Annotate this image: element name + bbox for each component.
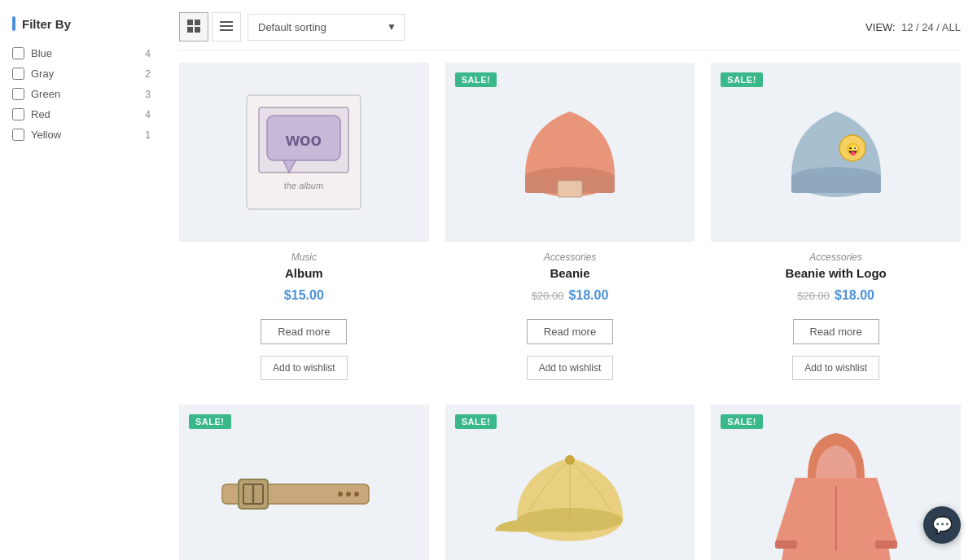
product-name-beanie: Beanie xyxy=(449,266,692,280)
sort-select[interactable]: Default sorting Sort by popularity Sort … xyxy=(248,14,405,41)
sale-badge-cap: SALE! xyxy=(455,414,497,429)
product-info-album: Music Album $15.00 xyxy=(179,242,429,319)
product-illustration-beanie-logo: 😜 xyxy=(711,63,961,242)
wishlist-button-beanie[interactable]: Add to wishlist xyxy=(527,356,614,380)
sale-badge-belt: SALE! xyxy=(189,414,231,429)
svg-rect-5 xyxy=(220,25,233,27)
svg-rect-6 xyxy=(220,29,233,31)
product-category-beanie: Accessories xyxy=(449,252,692,263)
filter-item-yellow: Yellow 1 xyxy=(12,125,151,145)
filter-count-gray: 2 xyxy=(145,68,151,80)
filter-count-green: 3 xyxy=(145,89,151,100)
filter-count-blue: 4 xyxy=(145,48,151,59)
wishlist-button-beanie-logo[interactable]: Add to wishlist xyxy=(792,356,879,380)
product-info-beanie: Accessories Beanie $20.00$18.00 xyxy=(445,242,695,319)
filter-label-green: Green xyxy=(31,88,60,100)
filter-label-yellow: Yellow xyxy=(31,129,61,141)
read-more-button-beanie[interactable]: Read more xyxy=(527,319,613,344)
filter-count-red: 4 xyxy=(145,109,151,120)
svg-text:woo: woo xyxy=(285,129,322,150)
filter-item-red: Red 4 xyxy=(12,104,151,125)
filter-checkbox-gray[interactable] xyxy=(12,68,24,80)
filter-title: Filter By xyxy=(12,16,151,31)
grid-icon xyxy=(187,20,200,35)
svg-rect-2 xyxy=(187,27,193,33)
svg-rect-32 xyxy=(875,540,897,549)
product-actions-beanie-logo: Read more Add to wishlist xyxy=(711,319,961,388)
filter-checkbox-blue[interactable] xyxy=(12,47,24,59)
product-price-album: $15.00 xyxy=(182,288,426,303)
product-image-hoodie: SALE! xyxy=(711,405,961,560)
product-image-cap: SALE! xyxy=(445,405,695,560)
filter-list: Blue 4 Gray 2 Green 3 Red 4 Yellow 1 xyxy=(12,43,151,145)
product-card-beanie-logo: SALE! 😜 Accessories Beanie with Logo $20… xyxy=(711,63,961,388)
product-info-beanie-logo: Accessories Beanie with Logo $20.00$18.0… xyxy=(711,242,961,319)
product-actions-beanie: Read more Add to wishlist xyxy=(445,319,695,388)
product-image-album: woo the album xyxy=(179,63,429,242)
product-price-beanie-logo: $20.00$18.00 xyxy=(714,288,957,303)
view-24-link[interactable]: 24 xyxy=(922,21,933,33)
product-illustration-album: woo the album xyxy=(179,63,429,242)
toolbar: Default sorting Sort by popularity Sort … xyxy=(179,12,961,50)
filter-title-label: Filter By xyxy=(22,17,71,31)
view-all-link[interactable]: ALL xyxy=(942,21,961,33)
price-current-beanie-logo: $18.00 xyxy=(835,288,874,302)
product-actions-album: Read more Add to wishlist xyxy=(179,319,429,388)
svg-rect-0 xyxy=(187,20,193,25)
svg-rect-17 xyxy=(791,175,881,193)
list-view-button[interactable] xyxy=(212,12,241,42)
filter-count-yellow: 1 xyxy=(145,129,151,141)
svg-point-21 xyxy=(338,492,343,497)
product-category-beanie-logo: Accessories xyxy=(714,252,957,263)
product-card-album: woo the album Music Album $15.00 Read mo… xyxy=(179,63,429,388)
price-current-album: $15.00 xyxy=(284,288,324,302)
product-grid: woo the album Music Album $15.00 Read mo… xyxy=(179,63,961,560)
product-card-hoodie: SALE! Hoodies Hoodie $55.00$45.0 xyxy=(711,405,961,560)
filter-label-blue: Blue xyxy=(31,47,52,59)
svg-point-23 xyxy=(354,492,359,497)
filter-checkbox-yellow[interactable] xyxy=(12,129,24,141)
filter-item-green: Green 3 xyxy=(12,84,151,104)
product-card-beanie: SALE! Accessories Beanie $20.00$18.00 Re… xyxy=(445,63,695,388)
product-card-cap: SALE! Accessories Cap $29.00$18.00 Read … xyxy=(445,405,695,560)
filter-checkbox-red[interactable] xyxy=(12,108,24,120)
wishlist-button-album[interactable]: Add to wishlist xyxy=(261,356,348,380)
filter-item-left-green: Green xyxy=(12,88,60,100)
filter-checkbox-green[interactable] xyxy=(12,88,24,100)
sidebar: Filter By Blue 4 Gray 2 Green 3 Red 4 Ye xyxy=(0,0,163,560)
read-more-button-beanie-logo[interactable]: Read more xyxy=(793,319,879,344)
product-image-beanie-logo: SALE! 😜 xyxy=(711,63,961,242)
svg-text:the album: the album xyxy=(284,181,323,190)
product-image-beanie: SALE! xyxy=(445,63,695,242)
product-price-beanie: $20.00$18.00 xyxy=(449,288,692,303)
sale-badge-beanie-logo: SALE! xyxy=(721,72,763,87)
filter-item-left-red: Red xyxy=(12,108,50,120)
product-category-album: Music xyxy=(182,252,426,263)
filter-item-left-yellow: Yellow xyxy=(12,129,61,141)
product-illustration-beanie xyxy=(445,63,695,242)
sort-select-wrapper: Default sorting Sort by popularity Sort … xyxy=(248,14,405,41)
filter-item-gray: Gray 2 xyxy=(12,63,151,84)
filter-item-blue: Blue 4 xyxy=(12,43,151,63)
price-original-beanie-logo: $20.00 xyxy=(797,290,830,302)
filter-item-left-gray: Gray xyxy=(12,68,54,80)
list-icon xyxy=(220,20,233,35)
svg-point-22 xyxy=(346,492,351,497)
product-card-belt: SALE! Accessories Belt $65.00$55.00 Read… xyxy=(179,405,429,560)
price-current-beanie: $18.00 xyxy=(568,288,608,302)
svg-rect-1 xyxy=(195,20,200,25)
product-name-album: Album xyxy=(182,266,426,280)
product-image-belt: SALE! xyxy=(179,405,429,560)
sale-badge-hoodie: SALE! xyxy=(721,414,763,429)
svg-text:😜: 😜 xyxy=(845,142,860,156)
read-more-button-album[interactable]: Read more xyxy=(261,319,347,344)
price-original-beanie: $20.00 xyxy=(532,290,564,302)
chat-bubble[interactable]: 💬 xyxy=(923,506,961,544)
svg-rect-4 xyxy=(220,21,233,23)
filter-item-left-blue: Blue xyxy=(12,47,52,59)
grid-view-button[interactable] xyxy=(179,12,208,42)
svg-rect-3 xyxy=(195,27,200,33)
view-12-link[interactable]: 12 xyxy=(901,21,913,33)
filter-label-gray: Gray xyxy=(31,68,54,80)
view-info: VIEW: 12 / 24 / ALL xyxy=(865,21,961,33)
